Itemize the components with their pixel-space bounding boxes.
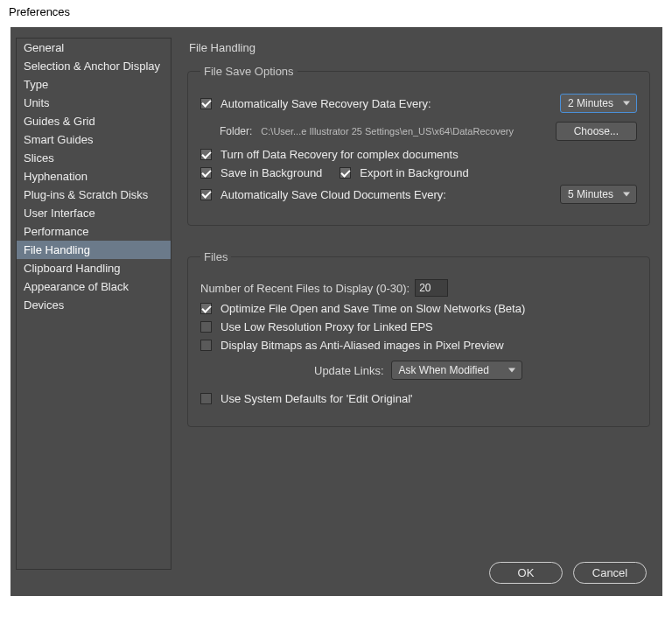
- sidebar-item-guides-grid[interactable]: Guides & Grid: [17, 112, 171, 130]
- choose-folder-button[interactable]: Choose...: [556, 122, 637, 141]
- sidebar-item-clipboard-handling[interactable]: Clipboard Handling: [17, 259, 171, 277]
- sidebar-item-units[interactable]: Units: [17, 94, 171, 112]
- sidebar-item-user-interface[interactable]: User Interface: [17, 204, 171, 222]
- file-save-options-group: File Save Options Automatically Save Rec…: [187, 65, 650, 226]
- turn-off-recovery-checkbox[interactable]: [200, 149, 212, 160]
- files-group: Files Number of Recent Files to Display …: [187, 250, 650, 427]
- recent-files-label: Number of Recent Files to Display (0-30)…: [200, 282, 410, 295]
- sidebar-item-devices[interactable]: Devices: [17, 296, 171, 314]
- window-title: Preferences: [0, 0, 672, 27]
- export-background-label[interactable]: Export in Background: [360, 166, 468, 179]
- cloud-save-checkbox[interactable]: [200, 189, 212, 200]
- bitmap-antialias-label[interactable]: Display Bitmaps as Anti-Aliased images i…: [220, 339, 504, 352]
- sidebar-item-general[interactable]: General: [17, 39, 171, 57]
- update-links-dropdown[interactable]: Ask When Modified: [391, 361, 522, 380]
- update-links-label: Update Links:: [314, 364, 384, 377]
- system-defaults-checkbox[interactable]: [200, 393, 212, 404]
- save-background-checkbox[interactable]: [200, 167, 212, 179]
- recent-files-input[interactable]: [415, 279, 448, 297]
- cancel-button[interactable]: Cancel: [573, 562, 647, 584]
- lowres-proxy-checkbox[interactable]: [200, 321, 212, 333]
- optimize-network-checkbox[interactable]: [200, 303, 212, 314]
- category-sidebar: GeneralSelection & Anchor DisplayTypeUni…: [16, 38, 172, 570]
- page-title: File Handling: [187, 38, 650, 65]
- main-panel: File Handling File Save Options Automati…: [172, 27, 662, 596]
- sidebar-item-type[interactable]: Type: [17, 75, 171, 94]
- recovery-interval-dropdown[interactable]: 2 Minutes: [560, 94, 637, 113]
- sidebar-item-hyphenation[interactable]: Hyphenation: [17, 167, 171, 186]
- bitmap-antialias-checkbox[interactable]: [200, 340, 212, 351]
- dialog-footer: OK Cancel: [489, 562, 647, 584]
- export-background-checkbox[interactable]: [340, 167, 351, 179]
- sidebar-item-plug-ins-scratch-disks[interactable]: Plug-ins & Scratch Disks: [17, 186, 171, 204]
- lowres-proxy-label[interactable]: Use Low Resolution Proxy for Linked EPS: [220, 320, 433, 333]
- preferences-dialog: GeneralSelection & Anchor DisplayTypeUni…: [10, 27, 662, 596]
- file-save-options-legend: File Save Options: [200, 65, 298, 78]
- files-legend: Files: [200, 250, 231, 263]
- system-defaults-label[interactable]: Use System Defaults for 'Edit Original': [220, 392, 413, 405]
- save-background-label[interactable]: Save in Background: [220, 166, 322, 179]
- sidebar-item-smart-guides[interactable]: Smart Guides: [17, 130, 171, 149]
- recovery-folder-path: C:\User...e Illustrator 25 Settings\en_U…: [261, 126, 546, 137]
- ok-button[interactable]: OK: [489, 562, 563, 584]
- cloud-save-label[interactable]: Automatically Save Cloud Documents Every…: [220, 188, 446, 201]
- optimize-network-label[interactable]: Optimize File Open and Save Time on Slow…: [220, 302, 525, 315]
- sidebar-item-performance[interactable]: Performance: [17, 222, 171, 241]
- sidebar-item-file-handling[interactable]: File Handling: [17, 241, 171, 259]
- turn-off-recovery-label[interactable]: Turn off Data Recovery for complex docum…: [220, 148, 458, 161]
- sidebar-item-selection-anchor-display[interactable]: Selection & Anchor Display: [17, 57, 171, 75]
- sidebar-item-slices[interactable]: Slices: [17, 149, 171, 167]
- cloud-interval-dropdown[interactable]: 5 Minutes: [560, 185, 637, 204]
- auto-recovery-label[interactable]: Automatically Save Recovery Data Every:: [220, 97, 431, 110]
- folder-label: Folder:: [220, 125, 252, 137]
- auto-recovery-checkbox[interactable]: [200, 98, 212, 109]
- sidebar-item-appearance-of-black[interactable]: Appearance of Black: [17, 277, 171, 296]
